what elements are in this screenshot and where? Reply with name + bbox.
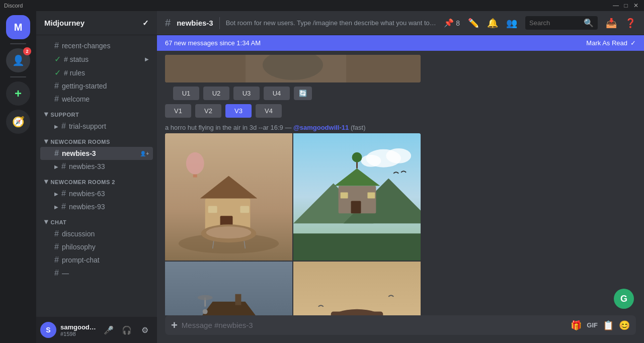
thread-icon: 📌	[444, 18, 454, 28]
channel-item-getting-started[interactable]: # getting-started	[40, 79, 153, 93]
prev-refresh-button[interactable]: 🔄	[294, 87, 312, 100]
image-cell-2[interactable]	[293, 133, 421, 261]
prev-v2-button[interactable]: V2	[195, 104, 221, 118]
chevron-down-icon: ✓	[142, 19, 149, 28]
channel-item-status[interactable]: ✓ # status ▶	[40, 52, 153, 66]
svg-point-22	[361, 155, 381, 167]
channel-item-rules[interactable]: ✓ # rules	[40, 66, 153, 79]
user-area: S samgoodw... #1598 🎤 🎧 ⚙	[36, 317, 157, 343]
channel-item-newbies-33[interactable]: ▶ # newbies-33	[40, 160, 153, 173]
image-cell-3[interactable]	[165, 262, 292, 315]
avatar: S	[40, 322, 56, 338]
category-chat-chevron: ▶	[44, 220, 49, 225]
settings-button[interactable]: ⚙	[137, 322, 153, 338]
user-info: samgoodw... #1598	[60, 323, 97, 337]
explore-icon: 🧭	[12, 116, 25, 128]
prev-v1-button[interactable]: V1	[165, 104, 191, 118]
channel-item-recent-changes[interactable]: # recent-changes	[40, 39, 153, 52]
channel-item-newbies-3[interactable]: # newbies-3 👤+	[40, 147, 153, 160]
svg-point-29	[352, 152, 362, 162]
inbox-icon[interactable]: 📥	[606, 18, 617, 29]
deafen-button[interactable]: 🎧	[119, 322, 135, 338]
mute-button[interactable]: 🎤	[101, 322, 117, 338]
channel-item-trial-support[interactable]: ▶ # trial-support	[40, 120, 153, 133]
maximize-button[interactable]: □	[622, 2, 630, 9]
explore-servers-button[interactable]: 🧭	[6, 110, 30, 134]
prev-u1-button[interactable]: U1	[173, 87, 199, 100]
svg-point-13	[206, 226, 252, 238]
hash-icon-welcome: #	[54, 95, 59, 104]
user-controls: 🎤 🎧 ⚙	[101, 322, 153, 338]
image-cell-1[interactable]	[165, 133, 292, 261]
category-support[interactable]: ▶ SUPPORT	[36, 110, 157, 120]
search-bar[interactable]: 🔍	[525, 16, 598, 30]
prev-u4-button[interactable]: U4	[264, 87, 290, 100]
gif-icon[interactable]: GIF	[587, 321, 598, 329]
svg-rect-27	[367, 193, 375, 199]
app-title: Discord	[4, 3, 23, 9]
channel-name-pc: prompt-chat	[62, 256, 100, 264]
message-speed: (fast)	[351, 124, 366, 131]
pencil-icon[interactable]: ✏️	[468, 18, 479, 29]
members-icon[interactable]: 👥	[506, 18, 517, 29]
category-chat[interactable]: ▶ CHAT	[36, 217, 157, 227]
channel-item-newbies-93[interactable]: ▶ # newbies-93	[40, 200, 153, 213]
gift-icon[interactable]: 🎁	[571, 320, 582, 331]
category-newcomer-rooms-2[interactable]: ▶ NEWCOMER ROOMS 2	[36, 177, 157, 187]
search-input[interactable]	[529, 19, 581, 27]
channel-item-philosophy[interactable]: # philosophy	[40, 240, 153, 253]
image-cell-4[interactable]	[293, 262, 421, 315]
channel-name-welcome: welcome	[62, 95, 90, 103]
channel-name-display: newbies-3	[177, 19, 213, 27]
close-button[interactable]: ✕	[632, 2, 640, 9]
bell-icon[interactable]: 🔔	[487, 18, 498, 29]
previous-message-group: U1 U2 U3 U4 🔄 V1 V2 V3 V4	[157, 51, 644, 118]
channel-item-welcome[interactable]: # welcome	[40, 93, 153, 106]
hash-icon-phil: #	[54, 242, 59, 251]
prev-u2-button[interactable]: U2	[203, 87, 229, 100]
svg-point-38	[198, 295, 213, 300]
server-name-header[interactable]: Midjourney ✓	[36, 11, 157, 35]
channel-description: Bot room for new users. Type /imagine th…	[226, 19, 438, 27]
channel-item-prompt-chat[interactable]: # prompt-chat	[40, 253, 153, 267]
floating-user-avatar[interactable]: G	[614, 289, 634, 309]
mark-as-read-button[interactable]: Mark As Read ✓	[586, 39, 636, 47]
prev-u3-button[interactable]: U3	[233, 87, 260, 100]
message-meta: a horro hut flying in the air in 3d --ar…	[165, 124, 636, 131]
channel-name-n93: newbies-93	[69, 203, 105, 211]
add-file-button[interactable]: +	[171, 319, 178, 332]
server-avatar-icon: 👤	[12, 54, 25, 66]
arrow-newbies-33: ▶	[54, 164, 58, 169]
flying-hut-1-svg	[165, 133, 292, 261]
message-group-hut: a horro hut flying in the air in 3d --ar…	[157, 120, 644, 315]
add-server-button[interactable]: +	[6, 81, 30, 106]
category-newcomer-rooms[interactable]: ▶ NEWCOMER ROOMS	[36, 137, 157, 147]
svg-marker-19	[293, 233, 421, 261]
thread-count: 📌 8	[444, 18, 460, 28]
server-avatar[interactable]: 👤 2	[6, 48, 30, 72]
minimize-button[interactable]: —	[612, 2, 620, 9]
emoji-icon[interactable]: 😊	[619, 320, 630, 331]
titlebar-controls[interactable]: — □ ✕	[612, 2, 640, 9]
sticker-icon[interactable]: 📋	[603, 320, 614, 331]
channel-hash-icon: #	[165, 17, 171, 29]
channel-item-discussion[interactable]: # discussion	[40, 227, 153, 240]
category-newcomer2-chevron: ▶	[44, 180, 49, 185]
arrow-newbies-93: ▶	[54, 204, 58, 210]
prev-v4-button[interactable]: V4	[256, 104, 282, 118]
hash-icon-status: ✓	[54, 54, 61, 64]
category-chat-label: CHAT	[51, 219, 67, 225]
svg-rect-9	[240, 206, 249, 213]
svg-rect-15	[193, 175, 197, 178]
message-text-input[interactable]	[182, 315, 567, 335]
help-icon[interactable]: ❓	[625, 18, 636, 29]
channel-item-newbies-63[interactable]: ▶ # newbies-63	[40, 187, 153, 200]
channel-name: recent-changes	[62, 42, 111, 50]
prev-v3-button[interactable]: V3	[225, 104, 252, 118]
category-newcomer2-label: NEWCOMER ROOMS 2	[51, 179, 115, 185]
server-sidebar: M 👤 2 + 🧭	[0, 11, 36, 343]
server-midjourney[interactable]: M	[6, 15, 30, 39]
channel-item-more[interactable]: # —	[40, 267, 153, 280]
add-server-icon: +	[15, 87, 22, 101]
thread-member-count: 8	[456, 19, 460, 27]
